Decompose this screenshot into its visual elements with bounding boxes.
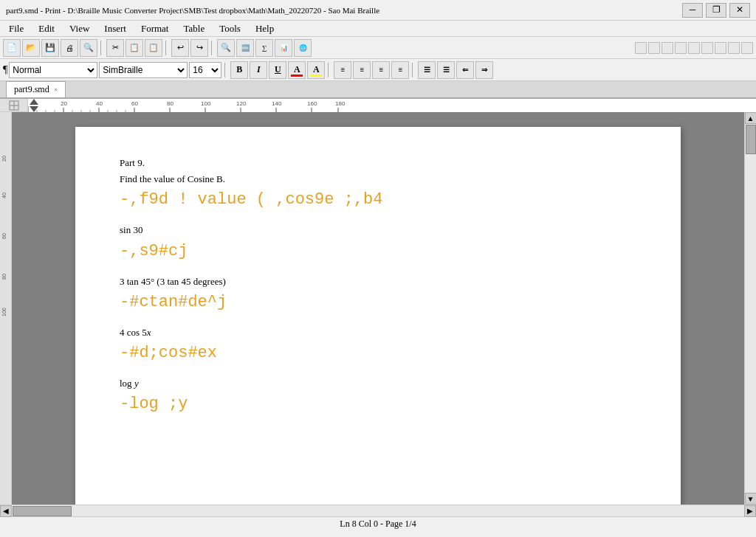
style-dropdown[interactable]: Normal xyxy=(9,62,97,78)
justify-button[interactable]: ≡ xyxy=(391,61,409,79)
tab-filename: part9.smd xyxy=(14,84,49,95)
tab-close-button[interactable]: × xyxy=(54,86,58,94)
cos-label-var: x xyxy=(147,327,151,338)
tab-bar: part9.smd × xyxy=(0,81,756,99)
print-button[interactable]: 🖨 xyxy=(61,39,78,57)
menu-item-table[interactable]: Table xyxy=(177,21,210,36)
svg-text:140: 140 xyxy=(272,100,282,107)
save-button[interactable]: 💾 xyxy=(41,39,59,57)
align-right-button[interactable]: ≡ xyxy=(372,61,390,79)
close-button[interactable]: ✕ xyxy=(729,3,750,18)
horizontal-ruler: // Inline ruler ticks will be drawn by J… xyxy=(28,99,756,112)
svg-text:100: 100 xyxy=(1,308,7,316)
braille-line-2: -,s9#cj xyxy=(120,242,636,260)
separator1 xyxy=(100,41,103,55)
ruler-container: // Inline ruler ticks will be drawn by J… xyxy=(0,99,756,112)
web-button[interactable]: 🌐 xyxy=(294,39,312,57)
tb-extra-6[interactable] xyxy=(701,42,713,54)
menu-item-file[interactable]: File xyxy=(3,21,30,36)
tb-extra-7[interactable] xyxy=(715,42,726,54)
section-part9: Part 9. Find the value of Cosine B. -,f9… xyxy=(120,156,636,209)
section-sin30: sin 30 -,s9#cj xyxy=(120,224,636,260)
svg-text:20: 20 xyxy=(61,100,67,107)
formula-button[interactable]: ∑ xyxy=(255,39,273,57)
titlebar: part9.smd - Print - D:\Braille Music Con… xyxy=(0,0,756,21)
scroll-up-button[interactable]: ▲ xyxy=(745,112,757,124)
indent-decrease-button[interactable]: ⇐ xyxy=(456,61,474,79)
new-button[interactable]: 📄 xyxy=(3,39,21,57)
tan-label: 3 tan 45° (3 tan 45 degrees) xyxy=(120,275,636,288)
tb-extra-9[interactable] xyxy=(741,42,753,54)
undo-button[interactable]: ↩ xyxy=(171,39,189,57)
separator3 xyxy=(211,41,214,55)
section-cos5x: 4 cos 5x -#d;cos#ex xyxy=(120,326,636,362)
cos-label-prefix: 4 cos 5 xyxy=(120,327,147,338)
cos-label: 4 cos 5x xyxy=(120,326,636,339)
tb-extra-8[interactable] xyxy=(728,42,740,54)
main-area: 20 40 60 80 100 Part 9. Find the value o… xyxy=(0,112,756,505)
menu-item-insert[interactable]: Insert xyxy=(98,21,132,36)
tb-extra-2[interactable] xyxy=(648,42,660,54)
italic-button[interactable]: I xyxy=(250,61,267,79)
maximize-button[interactable]: ❐ xyxy=(706,3,726,18)
document-scroll-area[interactable]: Part 9. Find the value of Cosine B. -,f9… xyxy=(12,112,744,505)
menu-item-help[interactable]: Help xyxy=(250,21,280,36)
tb-extra-4[interactable] xyxy=(675,42,687,54)
tb-extra-1[interactable] xyxy=(635,42,647,54)
highlight-button[interactable]: A xyxy=(307,61,325,79)
font-dropdown[interactable]: SimBraille xyxy=(99,62,188,78)
extra-toolbar-buttons xyxy=(635,42,753,54)
scroll-track[interactable] xyxy=(745,124,756,493)
open-button[interactable]: 📂 xyxy=(22,39,40,57)
hscroll-left-button[interactable]: ◀ xyxy=(0,505,12,517)
indent-increase-button[interactable]: ⇒ xyxy=(475,61,493,79)
preview-button[interactable]: 🔍 xyxy=(80,39,97,57)
section-logy: log y -log ;y xyxy=(120,377,636,413)
sin-label: sin 30 xyxy=(120,224,636,237)
bold-button[interactable]: B xyxy=(230,61,248,79)
paste-button[interactable]: 📋 xyxy=(145,39,162,57)
copy-button[interactable]: 📋 xyxy=(126,39,143,57)
fmt-sep3 xyxy=(412,63,415,77)
chart-button[interactable]: 📊 xyxy=(275,39,292,57)
svg-text:120: 120 xyxy=(236,100,247,107)
list-number-button[interactable]: ☰ xyxy=(437,61,455,79)
minimize-button[interactable]: ─ xyxy=(682,3,703,18)
tb-extra-3[interactable] xyxy=(662,42,673,54)
align-center-button[interactable]: ≡ xyxy=(353,61,371,79)
hscroll-right-button[interactable]: ▶ xyxy=(744,505,756,517)
paragraph-icon: ¶ xyxy=(3,64,7,76)
underline-button[interactable]: U xyxy=(269,61,286,79)
font-color-button[interactable]: A xyxy=(288,61,306,79)
find-value-text: Find the value of Cosine B. xyxy=(120,173,636,186)
paragraph-icon-area: ¶ xyxy=(3,64,7,76)
hscroll-track[interactable] xyxy=(12,505,744,516)
braille-line-4: -#d;cos#ex xyxy=(120,344,636,362)
menu-item-format[interactable]: Format xyxy=(135,21,175,36)
tb-extra-5[interactable] xyxy=(688,42,700,54)
size-dropdown[interactable]: 16 xyxy=(189,62,221,78)
find-button[interactable]: 🔍 xyxy=(217,39,235,57)
menu-item-edit[interactable]: Edit xyxy=(32,21,61,36)
formatting-toolbar: ¶ Normal SimBraille 16 B I U A A ≡ ≡ ≡ ≡… xyxy=(0,59,756,81)
tan-label-paren: (3 tan 45 degrees) xyxy=(154,276,226,287)
ruler-icon xyxy=(9,100,19,111)
hscroll-thumb[interactable] xyxy=(13,506,72,516)
log-label-var: y xyxy=(134,378,139,389)
list-bullet-button[interactable]: ☰ xyxy=(418,61,436,79)
horizontal-scrollbar[interactable]: ◀ ▶ xyxy=(0,505,756,516)
document-tab[interactable]: part9.smd × xyxy=(6,81,66,97)
scroll-thumb[interactable] xyxy=(746,125,756,154)
menu-item-view[interactable]: View xyxy=(63,21,95,36)
menu-item-tools[interactable]: Tools xyxy=(213,21,247,36)
tan-label-main: 3 tan 45° xyxy=(120,276,154,287)
svg-text:100: 100 xyxy=(201,100,211,107)
cut-button[interactable]: ✂ xyxy=(106,39,124,57)
status-text: Ln 8 Col 0 - Page 1/4 xyxy=(340,519,416,530)
align-left-button[interactable]: ≡ xyxy=(334,61,351,79)
scroll-down-button[interactable]: ▼ xyxy=(745,493,757,505)
vertical-scrollbar[interactable]: ▲ ▼ xyxy=(744,112,756,505)
svg-text:40: 40 xyxy=(1,193,7,198)
font-button[interactable]: 🔤 xyxy=(236,39,254,57)
redo-button[interactable]: ↪ xyxy=(190,39,208,57)
